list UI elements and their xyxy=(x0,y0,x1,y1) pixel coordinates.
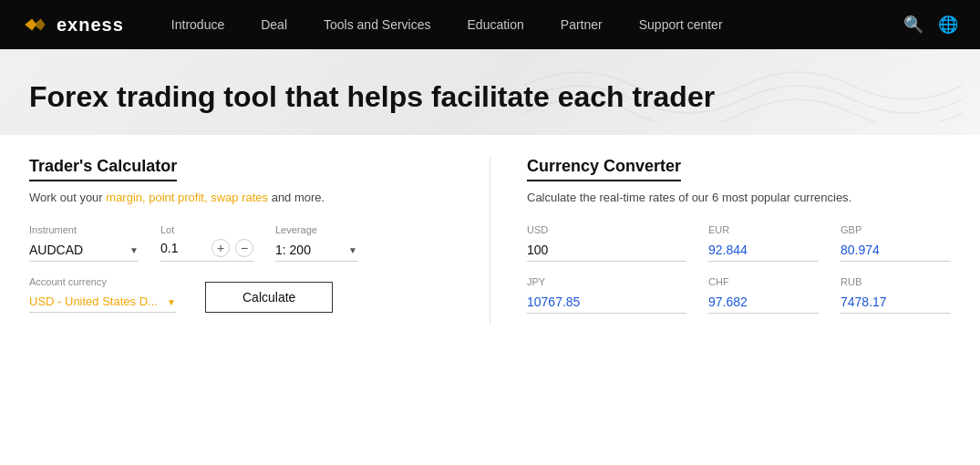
currency-jpy: JPY 10767.85 xyxy=(527,276,686,314)
rub-label: RUB xyxy=(841,276,951,287)
desc-link[interactable]: margin, point profit, swap rates xyxy=(106,191,268,204)
currency-usd: USD xyxy=(527,224,686,262)
lot-increment-button[interactable]: + xyxy=(211,239,230,257)
nav-icons: 🔍 🌐 xyxy=(903,15,958,35)
lot-label: Lot xyxy=(160,224,253,235)
leverage-label: Leverage xyxy=(275,224,357,235)
currency-rub: RUB 7478.17 xyxy=(841,276,951,314)
converter-title: Currency Converter xyxy=(527,157,681,181)
calculator-description: Work out your margin, point profit, swap… xyxy=(29,189,453,207)
leverage-select[interactable]: 1: 200 xyxy=(275,239,357,262)
leverage-group: Leverage 1: 200 ▼ xyxy=(275,224,357,262)
nav-link-support[interactable]: Support center xyxy=(621,0,741,49)
currency-eur: EUR 92.844 xyxy=(708,224,819,262)
leverage-select-wrapper: 1: 200 ▼ xyxy=(275,239,357,262)
hero-section: Forex trading tool that helps facilitate… xyxy=(0,49,980,135)
account-currency-select-wrapper: USD - United States D... ▼ xyxy=(29,291,176,313)
lot-input-wrapper: + − xyxy=(160,239,253,262)
currency-gbp: GBP 80.974 xyxy=(841,224,951,262)
gbp-label: GBP xyxy=(841,224,951,235)
logo-text: exness xyxy=(57,15,124,36)
rub-value: 7478.17 xyxy=(841,291,951,314)
traders-calculator-section: Trader's Calculator Work out your margin… xyxy=(29,157,490,325)
lot-group: Lot + − xyxy=(160,224,253,262)
account-currency-label: Account currency xyxy=(29,276,176,287)
main-content: Trader's Calculator Work out your margin… xyxy=(0,135,980,346)
nav-link-partner[interactable]: Partner xyxy=(542,0,621,49)
calculate-button[interactable]: Calculate xyxy=(205,282,333,313)
eur-value: 92.844 xyxy=(708,239,819,262)
calculator-form-row1: Instrument AUDCAD ▼ Lot + − L xyxy=(29,224,453,262)
currency-converter-section: Currency Converter Calculate the real-ti… xyxy=(490,157,951,325)
navbar: exness Introduce Deal Tools and Services… xyxy=(0,0,980,49)
search-icon[interactable]: 🔍 xyxy=(903,15,923,35)
lot-input[interactable] xyxy=(160,241,206,255)
instrument-select-wrapper: AUDCAD ▼ xyxy=(29,239,139,262)
chf-label: CHF xyxy=(708,276,819,287)
jpy-value: 10767.85 xyxy=(527,291,686,314)
page-title: Forex trading tool that helps facilitate… xyxy=(29,78,722,117)
converter-description: Calculate the real-time rates of our 6 m… xyxy=(527,189,951,207)
nav-link-deal[interactable]: Deal xyxy=(242,0,305,49)
nav-link-introduce[interactable]: Introduce xyxy=(153,0,242,49)
gbp-value: 80.974 xyxy=(841,239,951,262)
calculator-title: Trader's Calculator xyxy=(29,157,177,181)
account-currency-select[interactable]: USD - United States D... xyxy=(29,291,176,313)
currency-chf: CHF 97.682 xyxy=(708,276,819,314)
account-currency-group: Account currency USD - United States D..… xyxy=(29,276,176,313)
nav-links: Introduce Deal Tools and Services Educat… xyxy=(153,0,903,49)
instrument-group: Instrument AUDCAD ▼ xyxy=(29,224,139,262)
nav-link-education[interactable]: Education xyxy=(449,0,542,49)
logo[interactable]: exness xyxy=(22,15,124,36)
instrument-select[interactable]: AUDCAD xyxy=(29,239,139,262)
currency-grid: USD EUR 92.844 GBP 80.974 JPY 10767.85 C… xyxy=(527,224,951,314)
nav-link-tools[interactable]: Tools and Services xyxy=(305,0,449,49)
usd-label: USD xyxy=(527,224,686,235)
instrument-label: Instrument xyxy=(29,224,139,235)
lot-decrement-button[interactable]: − xyxy=(235,239,253,257)
chf-value: 97.682 xyxy=(708,291,819,314)
jpy-label: JPY xyxy=(527,276,686,287)
globe-icon[interactable]: 🌐 xyxy=(938,15,958,35)
usd-input[interactable] xyxy=(527,239,686,262)
account-currency-row: Account currency USD - United States D..… xyxy=(29,276,453,313)
eur-label: EUR xyxy=(708,224,819,235)
